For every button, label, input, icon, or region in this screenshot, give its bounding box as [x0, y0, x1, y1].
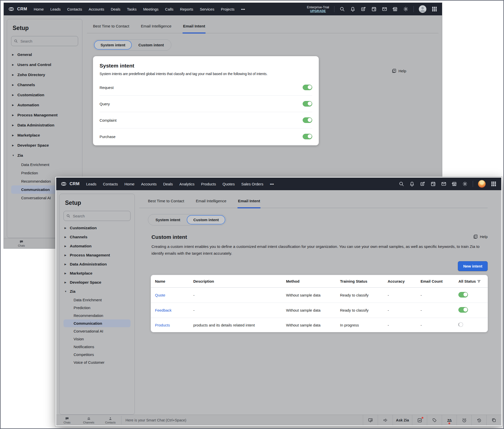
notification-bell-icon[interactable] — [350, 6, 356, 12]
sidebar-item-customization[interactable]: ▶Customization — [11, 90, 78, 100]
nav-item-quotes[interactable]: Quotes — [223, 182, 235, 186]
toggle-purchase[interactable] — [303, 134, 312, 139]
sidebar-item-customization[interactable]: ▶Customization — [64, 223, 131, 233]
table-row-feedback[interactable]: Feedback - Without sample data Ready to … — [151, 303, 488, 318]
nav-item-contacts[interactable]: Contacts — [103, 182, 118, 186]
smart-chat-hint[interactable]: Here is your Smart Chat (Ctrl+Space) — [121, 415, 363, 425]
nav-item-leads[interactable]: Leads — [86, 182, 97, 186]
nav-item-projects[interactable]: Projects — [221, 7, 234, 11]
intent-link-quote[interactable]: Quote — [155, 293, 165, 297]
chats-dock-button[interactable]: Chats — [56, 415, 78, 425]
calendar-icon[interactable] — [430, 181, 436, 187]
search-icon[interactable] — [339, 6, 345, 12]
tab-email-intent[interactable]: Email Intent — [238, 199, 260, 208]
apps-grid-icon[interactable] — [431, 6, 437, 12]
sidebar-item-automation[interactable]: ▶Automation — [64, 242, 131, 251]
sidebar-item-prediction[interactable]: Prediction — [64, 304, 131, 312]
nav-item-deals[interactable]: Deals — [163, 182, 173, 186]
zoho-crm-logo[interactable]: CRM — [8, 7, 27, 12]
contacts-dock-button[interactable]: Contacts — [100, 415, 121, 425]
analytics-button[interactable] — [412, 415, 427, 425]
tab-email-intelligence[interactable]: Email Intelligence — [141, 24, 171, 33]
sidebar-item-data-administration[interactable]: ▶Data Administration — [11, 120, 78, 130]
sidebar-item-marketplace[interactable]: ▶Marketplace — [64, 269, 131, 278]
nav-item-meetings[interactable]: Meetings — [143, 7, 159, 11]
sidebar-item-data-enrichment[interactable]: Data Enrichment — [11, 160, 78, 169]
nav-item-home[interactable]: Home — [34, 7, 44, 11]
nav-item-tasks[interactable]: Tasks — [127, 7, 137, 11]
sidebar-item-developer-space[interactable]: ▶Developer Space — [64, 278, 131, 287]
sidebar-item-prediction[interactable]: Prediction — [11, 169, 78, 177]
sidebar-item-recommendation[interactable]: Recommendation — [64, 312, 131, 319]
status-toggle-quote[interactable] — [458, 292, 468, 298]
nav-item-contacts[interactable]: Contacts — [67, 7, 82, 11]
new-intent-button[interactable]: New intent — [458, 261, 488, 271]
toggle-query[interactable] — [303, 101, 312, 107]
segment-system-intent[interactable]: System intent — [149, 215, 187, 224]
nav-item-calls[interactable]: Calls — [165, 7, 173, 11]
plan-upgrade-block[interactable]: Enterprise-Trial UPGRADE — [307, 5, 329, 13]
notification-bell-icon[interactable] — [409, 181, 415, 187]
segment-custom-intent[interactable]: Custom intent — [187, 215, 225, 224]
sidebar-item-channels[interactable]: ▶Channels — [64, 233, 131, 242]
table-row-quote[interactable]: Quote - Without sample data Ready to cla… — [151, 288, 488, 303]
status-toggle-feedback[interactable] — [458, 307, 468, 313]
compose-note-icon[interactable] — [361, 6, 366, 12]
tab-best-time-to-contact[interactable]: Best Time to Contact — [148, 199, 184, 208]
help-link[interactable]: Help — [473, 234, 488, 239]
user-avatar[interactable] — [478, 180, 486, 188]
search-icon[interactable] — [399, 181, 404, 187]
mail-icon[interactable] — [441, 181, 447, 187]
nav-item-analytics[interactable]: Analytics — [179, 182, 195, 186]
nav-item-reports[interactable]: Reports — [180, 7, 193, 11]
nav-item-leads[interactable]: Leads — [50, 7, 61, 11]
sidebar-item-users-and-control[interactable]: ▶Users and Control — [11, 60, 78, 70]
intent-link-feedback[interactable]: Feedback — [155, 308, 172, 312]
table-row-products[interactable]: Products products and its details relate… — [151, 318, 488, 332]
settings-gear-icon[interactable] — [462, 181, 468, 187]
help-link[interactable]: Help — [392, 68, 406, 73]
nav-item-home[interactable]: Home — [124, 182, 135, 186]
sidebar-search[interactable] — [64, 211, 131, 221]
marketplace-store-icon[interactable] — [452, 181, 457, 187]
nav-item-accounts[interactable]: Accounts — [89, 7, 104, 11]
sidebar-item-marketplace[interactable]: ▶Marketplace — [11, 130, 78, 140]
marketplace-store-icon[interactable] — [392, 6, 398, 12]
nav-item-services[interactable]: Services — [200, 7, 214, 11]
zoho-crm-logo[interactable]: CRM — [61, 181, 80, 186]
upgrade-link[interactable]: UPGRADE — [307, 9, 329, 13]
sidebar-item-channels[interactable]: ▶Channels — [11, 80, 78, 90]
sidebar-item-developer-space[interactable]: ▶Developer Space — [11, 140, 78, 150]
sidebar-item-notifications[interactable]: Notifications — [64, 343, 131, 351]
sidebar-item-data-administration[interactable]: ▶Data Administration — [64, 260, 131, 269]
search-input[interactable] — [72, 214, 128, 218]
apps-grid-icon[interactable] — [491, 181, 497, 187]
sidebar-item-zia[interactable]: ▼Zia — [11, 150, 78, 160]
channels-dock-button[interactable]: Channels — [78, 415, 100, 425]
mail-icon[interactable] — [382, 6, 387, 12]
sidebar-item-zia[interactable]: ▼Zia — [64, 287, 131, 296]
tab-email-intent[interactable]: Email Intent — [183, 24, 205, 33]
sidebar-item-data-enrichment[interactable]: Data Enrichment — [64, 296, 131, 304]
sidebar-item-process-management[interactable]: ▶Process Management — [64, 251, 131, 260]
user-avatar[interactable] — [419, 5, 426, 13]
sidebar-item-conversational-ai[interactable]: Conversational AI — [64, 327, 131, 335]
compose-note-icon[interactable] — [420, 181, 425, 187]
sidebar-item-competitors[interactable]: Competitors — [64, 351, 131, 358]
sidebar-item-vision[interactable]: Vision — [64, 335, 131, 343]
segment-system-intent[interactable]: System intent — [94, 40, 132, 50]
sidebar-item-automation[interactable]: ▶Automation — [11, 100, 78, 110]
nav-more-button[interactable]: ••• — [270, 182, 274, 186]
tag-button[interactable] — [427, 415, 442, 425]
sidebar-item-zoho-directory[interactable]: ▶Zoho Directory — [11, 70, 78, 80]
search-input[interactable] — [20, 39, 75, 44]
nav-item-products[interactable]: Products — [201, 182, 216, 186]
chats-dock-button[interactable]: Chats — [11, 240, 32, 247]
sidebar-item-general[interactable]: ▶General — [11, 50, 78, 60]
sidebar-item-voice-of-customer[interactable]: Voice of Customer — [64, 358, 131, 366]
nav-item-sales-orders[interactable]: Sales Orders — [241, 182, 263, 186]
history-button[interactable] — [471, 415, 486, 425]
zia-button[interactable]: Z∆ — [442, 415, 457, 425]
segment-custom-intent[interactable]: Custom intent — [132, 40, 170, 50]
tab-best-time-to-contact[interactable]: Best Time to Contact — [93, 24, 129, 33]
